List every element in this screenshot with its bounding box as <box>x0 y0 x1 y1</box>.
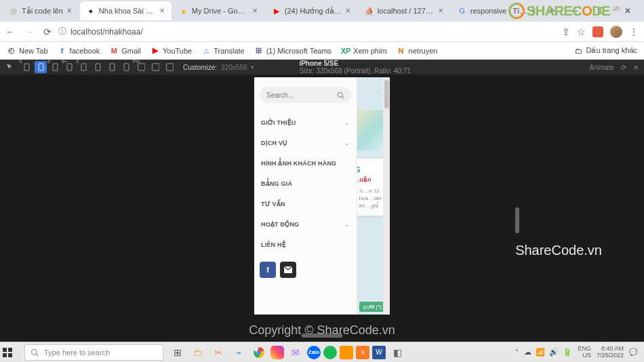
tab-close-icon[interactable]: × <box>253 6 258 16</box>
device-preset[interactable] <box>148 61 161 73</box>
responsive-viewport-area: GIỚI THIỆU⌄DỊCH VỤ⌄HÌNH ẢNH KHÁCH HÀNGBẢ… <box>0 75 644 346</box>
tab-title: localhost / 127.0.0.1 / nhak <box>378 7 435 15</box>
bookmark-item[interactable]: ffacebook <box>58 46 100 56</box>
tab-close-icon[interactable]: × <box>346 6 350 16</box>
device-preset[interactable]: S <box>20 61 33 73</box>
app-icon-orange[interactable] <box>340 346 353 359</box>
visitor-badge: gười (*) <box>359 302 386 312</box>
tab-close-icon[interactable]: × <box>67 6 72 16</box>
device-preset[interactable]: Pro <box>134 61 146 73</box>
share-icon[interactable]: ⇪ <box>562 26 570 37</box>
device-info: iPhone 5/SE Size: 320x568 (Portrait), Ra… <box>299 60 411 75</box>
email-button[interactable] <box>280 262 296 278</box>
bookmark-item[interactable]: XPXem phim <box>341 46 387 56</box>
dimensions-value[interactable]: 320x568 <box>221 64 247 71</box>
search-input[interactable] <box>266 92 334 99</box>
forward-button[interactable]: → <box>24 26 34 37</box>
language-indicator[interactable]: ENG US <box>578 346 591 359</box>
bookmark-item[interactable]: MGmail <box>109 46 141 56</box>
height-resize-handle[interactable] <box>515 207 519 233</box>
bookmarks-overflow[interactable]: 🗀 Dấu trang khác <box>574 46 637 56</box>
chevron-down-icon: ⌄ <box>344 140 350 146</box>
device-preset[interactable] <box>35 61 47 73</box>
mobile-nav-item[interactable]: LIÊN HỆ <box>260 235 351 255</box>
browser-tab[interactable]: ⛵localhost / 127.0.0.1 / nhak× <box>359 1 450 20</box>
mobile-nav-item[interactable]: GIỚI THIỆU⌄ <box>260 113 351 133</box>
mobile-nav-item[interactable]: DỊCH VỤ⌄ <box>260 133 351 153</box>
inspector-icon[interactable] <box>4 61 16 73</box>
snip-icon[interactable]: ✂ <box>209 344 227 361</box>
tab-close-icon[interactable]: × <box>439 6 443 16</box>
mobile-nav-item[interactable]: HOẠT ĐỘNG⌄ <box>260 214 351 235</box>
bookmark-item[interactable]: ◴New Tab <box>7 46 48 56</box>
browser-tab[interactable]: ◎Tải code lên× <box>3 1 79 20</box>
reload-button[interactable]: ⟳ <box>43 26 52 37</box>
system-tray: ˄ ☁ 📶 🔊 🔋 ENG US 8:40 AM 7/25/2022 💬 <box>515 346 641 359</box>
zalo-icon[interactable]: Zalo <box>307 346 321 359</box>
clock[interactable]: 8:40 AM 7/25/2022 <box>597 346 624 359</box>
search-icon[interactable] <box>337 92 344 99</box>
device-preset[interactable] <box>92 61 104 73</box>
device-preset[interactable]: X <box>77 61 89 73</box>
tray-chevron-icon[interactable]: ˄ <box>515 348 519 356</box>
scrollbar-thumb[interactable] <box>384 80 389 108</box>
taskbar-search[interactable]: Type here to search <box>24 344 163 361</box>
browser-tab[interactable]: ●Nha khoa Sài Gòn Bình× <box>80 1 172 20</box>
search-icon <box>31 348 39 357</box>
mobile-nav-item[interactable]: TƯ VẤN <box>260 194 351 214</box>
date-text: 7/25/2022 <box>597 353 624 359</box>
device-preset[interactable]: 8+ <box>63 61 75 73</box>
taskview-icon[interactable]: ⊞ <box>169 344 186 361</box>
dim-chevron-icon[interactable]: ▾ <box>251 64 254 71</box>
bookmark-item[interactable]: Nnetruyen <box>397 46 438 56</box>
scrollbar-track[interactable] <box>383 77 390 315</box>
tab-title: Tải code lên <box>22 7 63 16</box>
bookmark-item[interactable]: ⛬Translate <box>201 46 244 56</box>
facebook-button[interactable]: f <box>260 262 276 278</box>
svg-rect-6 <box>110 64 115 71</box>
profile-avatar[interactable] <box>610 26 622 38</box>
xampp-icon[interactable]: X <box>356 346 369 359</box>
notifications-icon[interactable]: 💬 <box>629 348 637 356</box>
spotify-icon[interactable] <box>323 346 337 359</box>
back-button[interactable]: ← <box>5 26 15 37</box>
explorer-icon[interactable]: 🗀 <box>189 344 207 361</box>
word-icon[interactable]: W <box>372 346 386 359</box>
device-sub: Size: 320x568 (Portrait), Ratio: 40:71 <box>299 67 411 75</box>
logo-text: SHAREC <box>527 3 582 19</box>
refresh-icon[interactable]: ⟳ <box>621 64 626 71</box>
browser-tab[interactable]: ▶(24) Hướng dẫn cài đặt full× <box>266 1 357 20</box>
chevron-down-icon: ⌄ <box>344 221 350 228</box>
star-icon[interactable]: ☆ <box>577 26 586 37</box>
device-preset[interactable]: 8 <box>49 61 61 73</box>
onedrive-icon[interactable]: ☁ <box>524 348 531 357</box>
browser-tab[interactable]: ▲My Drive - Google Drive× <box>173 1 264 20</box>
chrome-icon[interactable] <box>250 344 268 361</box>
mobile-nav-item[interactable]: BẢNG GIÁ <box>260 174 351 194</box>
app-icon-other[interactable]: ◧ <box>388 344 406 361</box>
wifi-icon[interactable]: 📶 <box>536 348 545 357</box>
battery-icon[interactable]: 🔋 <box>563 348 572 357</box>
extension-icon-1[interactable] <box>592 26 603 37</box>
bookmark-item[interactable]: ▶YouTube <box>150 46 192 56</box>
mobile-nav-item[interactable]: HÌNH ẢNH KHÁCH HÀNG <box>260 153 351 174</box>
menu-dots-icon[interactable]: ⋮ <box>629 26 639 37</box>
vscode-icon[interactable]: ⌁ <box>230 344 247 361</box>
tab-close-icon[interactable]: × <box>160 6 165 16</box>
address-bar[interactable]: ⓘ localhost/nhakhoaa/ <box>58 26 555 37</box>
card-big-text: G <box>357 165 383 174</box>
device-preset[interactable] <box>120 61 132 73</box>
start-button[interactable] <box>3 348 24 357</box>
close-devtools-icon[interactable]: ✕ <box>633 64 639 71</box>
bookmark-favicon: ▶ <box>150 46 160 56</box>
messenger-icon[interactable]: ✉ <box>287 344 304 361</box>
site-info-icon[interactable]: ⓘ <box>58 26 66 37</box>
tab-title: (24) Hướng dẫn cài đặt full <box>285 7 342 16</box>
responsive-toolbar: S88+XPro Customize: 320x568 ▾ iPhone 5/S… <box>0 60 644 75</box>
instagram-icon[interactable] <box>270 346 284 359</box>
device-preset[interactable] <box>106 61 118 73</box>
animate-label[interactable]: Animate <box>589 64 614 71</box>
device-preset[interactable] <box>163 61 175 73</box>
volume-icon[interactable]: 🔊 <box>549 348 559 357</box>
bookmark-item[interactable]: ⊞(1) Microsoft Teams <box>254 46 331 56</box>
